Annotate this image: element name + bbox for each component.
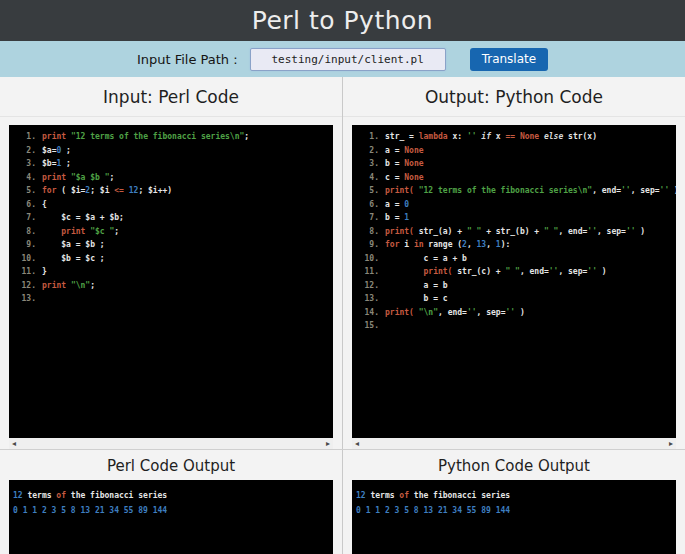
code-line: 8.print( str_(a) + " " + str_(b) + " ", … xyxy=(352,225,676,239)
line-number: 4. xyxy=(9,171,42,185)
code-line: 5.for ( $i=2; $i <= 12; $i++) xyxy=(9,184,333,198)
line-number: 5. xyxy=(9,184,42,198)
perl-editor-horizontal-scrollbar[interactable]: ◂ ▸ xyxy=(9,438,333,449)
perl-code-editor[interactable]: 1.print "12 terms of the fibonacci serie… xyxy=(9,125,333,438)
code-line: 4.print "$a $b "; xyxy=(9,171,333,185)
code-line: 11.} xyxy=(9,265,333,279)
line-number: 12. xyxy=(352,279,385,293)
line-number: 12. xyxy=(9,279,42,293)
code-line: 5.print( "12 terms of the fibonacci seri… xyxy=(352,184,676,198)
code-line: 0 1 1 2 3 5 8 13 21 34 55 89 144 xyxy=(13,503,333,518)
code-line: 10. $b = $c ; xyxy=(9,252,333,266)
code-line: 1.str_ = lambda x: '' if x == None else … xyxy=(352,130,676,144)
code-line: 7.b = 1 xyxy=(352,211,676,225)
code-line: 12 terms of the fibonacci series xyxy=(13,488,333,503)
code-line: 12. a = b xyxy=(352,279,676,293)
line-number: 4. xyxy=(352,171,385,185)
code-line: 2.a = None xyxy=(352,144,676,158)
code-line: 10. c = a + b xyxy=(352,252,676,266)
code-line: 15. xyxy=(352,319,676,333)
line-number: 1. xyxy=(352,130,385,144)
line-number: 14. xyxy=(352,306,385,320)
perl-input-title: Input: Perl Code xyxy=(0,77,342,117)
code-line: 0 1 1 2 3 5 8 13 21 34 55 89 144 xyxy=(356,503,676,518)
file-path-input[interactable] xyxy=(250,48,446,71)
line-number: 3. xyxy=(352,157,385,171)
app-title: Perl to Python xyxy=(252,6,433,35)
code-line: 2.$a=0 ; xyxy=(9,144,333,158)
line-number: 8. xyxy=(352,225,385,239)
line-number: 15. xyxy=(352,319,385,333)
line-number: 11. xyxy=(352,265,385,279)
line-number: 13. xyxy=(9,292,42,306)
scroll-right-icon[interactable]: ▸ xyxy=(326,438,330,449)
output-panels-section: Perl Code Output 12 terms of the fibonac… xyxy=(0,449,685,554)
python-editor-horizontal-scrollbar[interactable]: ◂ ▸ xyxy=(352,438,676,449)
code-line: 1.print "12 terms of the fibonacci serie… xyxy=(9,130,333,144)
python-code-editor[interactable]: 1.str_ = lambda x: '' if x == None else … xyxy=(352,125,676,438)
code-line: 8. print "$c "; xyxy=(9,225,333,239)
line-number: 6. xyxy=(352,198,385,212)
code-line: 9.for i in range (2, 13, 1): xyxy=(352,238,676,252)
line-number: 1. xyxy=(9,130,42,144)
code-line: 13. xyxy=(9,292,333,306)
line-number: 9. xyxy=(352,238,385,252)
line-number: 2. xyxy=(9,144,42,158)
line-number: 13. xyxy=(352,292,385,306)
python-run-output-title: Python Code Output xyxy=(343,450,685,480)
line-number: 7. xyxy=(9,211,42,225)
translate-button[interactable]: Translate xyxy=(470,48,549,71)
file-path-label: Input File Path : xyxy=(137,52,238,67)
code-line: 3.b = None xyxy=(352,157,676,171)
code-line: 13. b = c xyxy=(352,292,676,306)
line-number: 2. xyxy=(352,144,385,158)
scroll-left-icon[interactable]: ◂ xyxy=(12,438,16,449)
panel-perl-input: Input: Perl Code 1.print "12 terms of th… xyxy=(0,77,342,449)
code-line: 9. $a = $b ; xyxy=(9,238,333,252)
code-line: 4.c = None xyxy=(352,171,676,185)
code-line: 7. $c = $a + $b; xyxy=(9,211,333,225)
scroll-right-icon[interactable]: ▸ xyxy=(669,438,673,449)
code-line: 6.a = 0 xyxy=(352,198,676,212)
panel-python-output: Output: Python Code 1.str_ = lambda x: '… xyxy=(342,77,685,449)
line-number: 7. xyxy=(352,211,385,225)
scroll-left-icon[interactable]: ◂ xyxy=(355,438,359,449)
app-window: Perl to Python Input File Path : Transla… xyxy=(0,0,685,554)
perl-run-output-title: Perl Code Output xyxy=(0,450,342,480)
line-number: 5. xyxy=(352,184,385,198)
line-number: 8. xyxy=(9,225,42,239)
perl-output-terminal: 12 terms of the fibonacci series0 1 1 2 … xyxy=(9,480,333,554)
line-number: 6. xyxy=(9,198,42,212)
panel-python-run-output: Python Code Output 12 terms of the fibon… xyxy=(342,450,685,554)
panel-perl-run-output: Perl Code Output 12 terms of the fibonac… xyxy=(0,450,342,554)
line-number: 9. xyxy=(9,238,42,252)
line-number: 3. xyxy=(9,157,42,171)
python-output-title: Output: Python Code xyxy=(343,77,685,117)
python-output-terminal: 12 terms of the fibonacci series0 1 1 2 … xyxy=(352,480,676,554)
code-line: 3.$b=1 ; xyxy=(9,157,333,171)
code-panels-section: Input: Perl Code 1.print "12 terms of th… xyxy=(0,77,685,449)
code-line: 12 terms of the fibonacci series xyxy=(356,488,676,503)
app-header: Perl to Python xyxy=(0,0,685,41)
code-line: 6.{ xyxy=(9,198,333,212)
toolbar: Input File Path : Translate xyxy=(0,41,685,77)
code-line: 11. print( str_(c) + " ", end='', sep=''… xyxy=(352,265,676,279)
line-number: 11. xyxy=(9,265,42,279)
code-line: 12.print "\n"; xyxy=(9,279,333,293)
line-number: 10. xyxy=(9,252,42,266)
line-number: 10. xyxy=(352,252,385,266)
code-line: 14.print( "\n", end='', sep='' ) xyxy=(352,306,676,320)
